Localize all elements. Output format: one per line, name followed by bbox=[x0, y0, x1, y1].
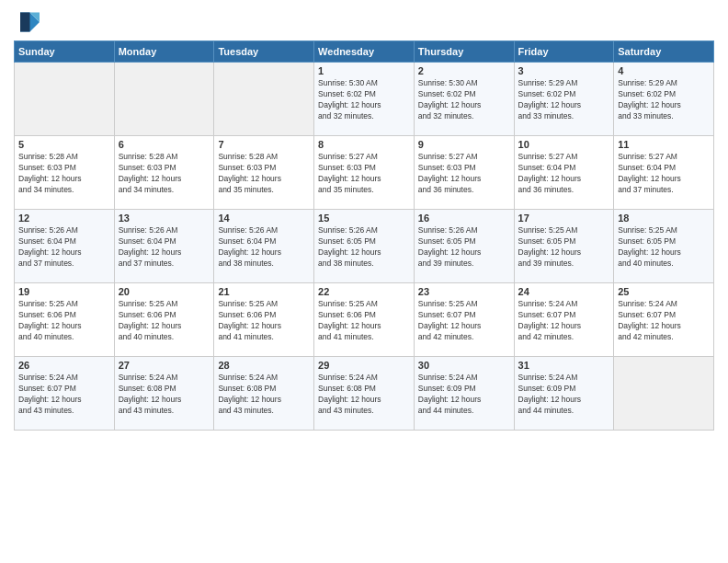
day-info: Sunrise: 5:28 AM Sunset: 6:03 PM Dayligh… bbox=[218, 152, 310, 196]
calendar-cell: 28Sunrise: 5:24 AM Sunset: 6:08 PM Dayli… bbox=[214, 357, 314, 431]
calendar-week-row: 26Sunrise: 5:24 AM Sunset: 6:07 PM Dayli… bbox=[15, 357, 714, 431]
day-info: Sunrise: 5:27 AM Sunset: 6:04 PM Dayligh… bbox=[618, 152, 710, 196]
weekday-header-tuesday: Tuesday bbox=[214, 41, 314, 63]
calendar-cell: 13Sunrise: 5:26 AM Sunset: 6:04 PM Dayli… bbox=[114, 210, 214, 283]
weekday-header-wednesday: Wednesday bbox=[314, 41, 415, 63]
svg-marker-1 bbox=[20, 13, 30, 32]
calendar-cell: 27Sunrise: 5:24 AM Sunset: 6:08 PM Dayli… bbox=[114, 357, 214, 431]
day-number: 24 bbox=[518, 286, 610, 297]
day-info: Sunrise: 5:24 AM Sunset: 6:08 PM Dayligh… bbox=[218, 373, 310, 417]
weekday-header-sunday: Sunday bbox=[15, 41, 115, 63]
calendar-cell: 22Sunrise: 5:25 AM Sunset: 6:06 PM Dayli… bbox=[314, 283, 415, 357]
calendar-cell: 15Sunrise: 5:26 AM Sunset: 6:05 PM Dayli… bbox=[314, 210, 415, 283]
day-number: 6 bbox=[119, 139, 210, 150]
calendar-cell: 12Sunrise: 5:26 AM Sunset: 6:04 PM Dayli… bbox=[15, 210, 115, 283]
day-info: Sunrise: 5:24 AM Sunset: 6:08 PM Dayligh… bbox=[119, 373, 210, 417]
day-info: Sunrise: 5:24 AM Sunset: 6:07 PM Dayligh… bbox=[18, 373, 110, 417]
calendar-cell bbox=[114, 63, 214, 136]
calendar-cell: 25Sunrise: 5:24 AM Sunset: 6:07 PM Dayli… bbox=[614, 283, 714, 357]
calendar-cell: 6Sunrise: 5:28 AM Sunset: 6:03 PM Daylig… bbox=[114, 136, 214, 210]
calendar-cell: 21Sunrise: 5:25 AM Sunset: 6:06 PM Dayli… bbox=[214, 283, 314, 357]
calendar-cell: 24Sunrise: 5:24 AM Sunset: 6:07 PM Dayli… bbox=[514, 283, 614, 357]
day-number: 10 bbox=[518, 139, 610, 150]
page: SundayMondayTuesdayWednesdayThursdayFrid… bbox=[0, 0, 728, 563]
day-info: Sunrise: 5:25 AM Sunset: 6:06 PM Dayligh… bbox=[218, 299, 310, 343]
day-info: Sunrise: 5:26 AM Sunset: 6:04 PM Dayligh… bbox=[218, 225, 310, 270]
day-info: Sunrise: 5:27 AM Sunset: 6:04 PM Dayligh… bbox=[518, 152, 610, 196]
day-number: 21 bbox=[218, 286, 310, 297]
day-info: Sunrise: 5:30 AM Sunset: 6:02 PM Dayligh… bbox=[318, 78, 410, 122]
weekday-header-thursday: Thursday bbox=[414, 41, 514, 63]
calendar-cell: 2Sunrise: 5:30 AM Sunset: 6:02 PM Daylig… bbox=[414, 63, 514, 136]
calendar-cell: 16Sunrise: 5:26 AM Sunset: 6:05 PM Dayli… bbox=[414, 210, 514, 283]
day-number: 27 bbox=[119, 360, 210, 371]
day-number: 13 bbox=[119, 213, 210, 224]
calendar-cell bbox=[214, 63, 314, 136]
calendar-cell: 4Sunrise: 5:29 AM Sunset: 6:02 PM Daylig… bbox=[614, 63, 714, 136]
calendar-cell: 19Sunrise: 5:25 AM Sunset: 6:06 PM Dayli… bbox=[15, 283, 115, 357]
day-number: 16 bbox=[418, 213, 510, 224]
day-number: 14 bbox=[218, 213, 310, 224]
day-info: Sunrise: 5:27 AM Sunset: 6:03 PM Dayligh… bbox=[418, 152, 510, 196]
day-info: Sunrise: 5:25 AM Sunset: 6:05 PM Dayligh… bbox=[618, 225, 710, 270]
weekday-header-row: SundayMondayTuesdayWednesdayThursdayFrid… bbox=[15, 41, 714, 63]
day-info: Sunrise: 5:27 AM Sunset: 6:03 PM Dayligh… bbox=[318, 152, 410, 196]
calendar-week-row: 1Sunrise: 5:30 AM Sunset: 6:02 PM Daylig… bbox=[15, 63, 714, 136]
day-number: 29 bbox=[318, 360, 410, 371]
day-number: 5 bbox=[18, 139, 110, 150]
weekday-header-saturday: Saturday bbox=[614, 41, 714, 63]
day-info: Sunrise: 5:24 AM Sunset: 6:07 PM Dayligh… bbox=[618, 299, 710, 343]
calendar-cell: 7Sunrise: 5:28 AM Sunset: 6:03 PM Daylig… bbox=[214, 136, 314, 210]
day-info: Sunrise: 5:25 AM Sunset: 6:07 PM Dayligh… bbox=[418, 299, 510, 343]
day-number: 2 bbox=[418, 65, 510, 76]
calendar-table: SundayMondayTuesdayWednesdayThursdayFrid… bbox=[14, 40, 714, 431]
calendar-week-row: 5Sunrise: 5:28 AM Sunset: 6:03 PM Daylig… bbox=[15, 136, 714, 210]
calendar-cell: 23Sunrise: 5:25 AM Sunset: 6:07 PM Dayli… bbox=[414, 283, 514, 357]
weekday-header-friday: Friday bbox=[514, 41, 614, 63]
day-info: Sunrise: 5:24 AM Sunset: 6:07 PM Dayligh… bbox=[518, 299, 610, 343]
day-info: Sunrise: 5:28 AM Sunset: 6:03 PM Dayligh… bbox=[119, 152, 210, 196]
day-number: 28 bbox=[218, 360, 310, 371]
calendar-cell: 20Sunrise: 5:25 AM Sunset: 6:06 PM Dayli… bbox=[114, 283, 214, 357]
day-info: Sunrise: 5:24 AM Sunset: 6:09 PM Dayligh… bbox=[518, 373, 610, 417]
calendar-cell: 5Sunrise: 5:28 AM Sunset: 6:03 PM Daylig… bbox=[15, 136, 115, 210]
calendar-cell: 18Sunrise: 5:25 AM Sunset: 6:05 PM Dayli… bbox=[614, 210, 714, 283]
calendar-cell: 14Sunrise: 5:26 AM Sunset: 6:04 PM Dayli… bbox=[214, 210, 314, 283]
day-info: Sunrise: 5:25 AM Sunset: 6:05 PM Dayligh… bbox=[518, 225, 610, 270]
calendar-cell: 10Sunrise: 5:27 AM Sunset: 6:04 PM Dayli… bbox=[514, 136, 614, 210]
weekday-header-monday: Monday bbox=[114, 41, 214, 63]
logo bbox=[14, 9, 43, 35]
day-number: 7 bbox=[218, 139, 310, 150]
day-number: 3 bbox=[518, 65, 610, 76]
calendar-cell bbox=[15, 63, 115, 136]
day-number: 22 bbox=[318, 286, 410, 297]
calendar-cell: 11Sunrise: 5:27 AM Sunset: 6:04 PM Dayli… bbox=[614, 136, 714, 210]
day-info: Sunrise: 5:26 AM Sunset: 6:04 PM Dayligh… bbox=[119, 225, 210, 270]
day-number: 25 bbox=[618, 286, 710, 297]
day-number: 9 bbox=[418, 139, 510, 150]
header bbox=[14, 9, 714, 35]
calendar-cell bbox=[614, 357, 714, 431]
calendar-cell: 31Sunrise: 5:24 AM Sunset: 6:09 PM Dayli… bbox=[514, 357, 614, 431]
calendar-week-row: 12Sunrise: 5:26 AM Sunset: 6:04 PM Dayli… bbox=[15, 210, 714, 283]
calendar-cell: 29Sunrise: 5:24 AM Sunset: 6:08 PM Dayli… bbox=[314, 357, 415, 431]
calendar-cell: 1Sunrise: 5:30 AM Sunset: 6:02 PM Daylig… bbox=[314, 63, 415, 136]
calendar-cell: 8Sunrise: 5:27 AM Sunset: 6:03 PM Daylig… bbox=[314, 136, 415, 210]
day-number: 20 bbox=[119, 286, 210, 297]
calendar-cell: 30Sunrise: 5:24 AM Sunset: 6:09 PM Dayli… bbox=[414, 357, 514, 431]
day-info: Sunrise: 5:26 AM Sunset: 6:05 PM Dayligh… bbox=[318, 225, 410, 270]
calendar-cell: 3Sunrise: 5:29 AM Sunset: 6:02 PM Daylig… bbox=[514, 63, 614, 136]
day-info: Sunrise: 5:30 AM Sunset: 6:02 PM Dayligh… bbox=[418, 78, 510, 122]
day-number: 17 bbox=[518, 213, 610, 224]
day-number: 11 bbox=[618, 139, 710, 150]
day-info: Sunrise: 5:24 AM Sunset: 6:09 PM Dayligh… bbox=[418, 373, 510, 417]
day-info: Sunrise: 5:25 AM Sunset: 6:06 PM Dayligh… bbox=[119, 299, 210, 343]
day-info: Sunrise: 5:28 AM Sunset: 6:03 PM Dayligh… bbox=[18, 152, 110, 196]
day-number: 1 bbox=[318, 65, 410, 76]
day-info: Sunrise: 5:25 AM Sunset: 6:06 PM Dayligh… bbox=[18, 299, 110, 343]
day-number: 8 bbox=[318, 139, 410, 150]
day-number: 12 bbox=[18, 213, 110, 224]
day-info: Sunrise: 5:29 AM Sunset: 6:02 PM Dayligh… bbox=[518, 78, 610, 122]
day-number: 26 bbox=[18, 360, 110, 371]
day-info: Sunrise: 5:24 AM Sunset: 6:08 PM Dayligh… bbox=[318, 373, 410, 417]
